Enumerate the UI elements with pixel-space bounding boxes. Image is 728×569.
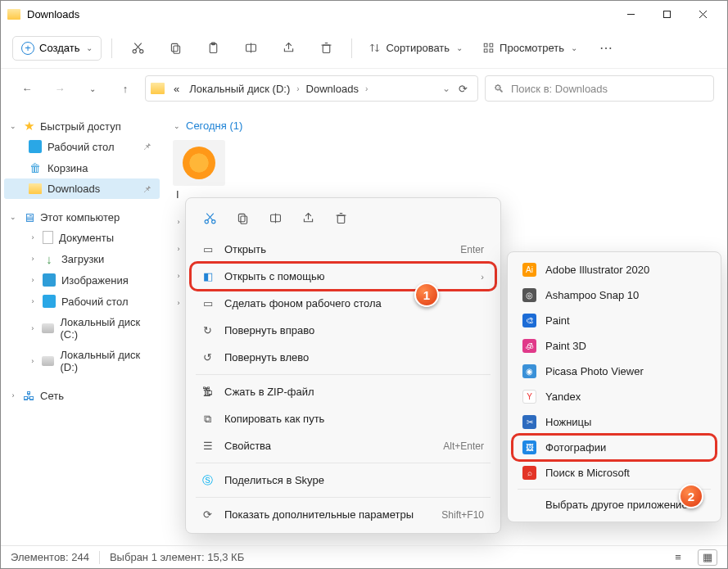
new-button[interactable]: + Создать ⌄: [12, 36, 102, 61]
sidebar-network[interactable]: › 🖧︎ Сеть: [4, 386, 160, 405]
minimize-button[interactable]: [613, 2, 649, 27]
icons-view-button[interactable]: ▦: [698, 549, 717, 566]
sidebar-item[interactable]: ›↓Загрузки: [4, 248, 160, 269]
submenu-item[interactable]: ⌕Поиск в Microsoft: [513, 460, 716, 485]
copy-button[interactable]: [227, 205, 258, 231]
breadcrumb-seg[interactable]: Локальный диск (D:): [186, 81, 293, 97]
sidebar-item-downloads[interactable]: Downloads📌︎: [4, 178, 160, 199]
submenu-item[interactable]: 🧊︎Paint 3D: [513, 333, 716, 359]
svg-line-6: [135, 43, 142, 51]
maximize-button[interactable]: [649, 2, 685, 27]
breadcrumb-seg[interactable]: Downloads: [303, 81, 362, 97]
submenu-item-photos[interactable]: 🖼︎Фотографии: [513, 435, 716, 460]
chevron-down-icon: ⌄: [456, 43, 463, 52]
back-button[interactable]: ←: [14, 75, 40, 102]
ctx-set-background[interactable]: ▭Сделать фоном рабочего стола: [191, 290, 495, 317]
sort-label: Сортировать: [386, 42, 450, 54]
cut-button[interactable]: [194, 205, 225, 231]
ctx-rotate-right[interactable]: ↻Повернуть вправо: [191, 317, 495, 344]
pin-icon: 📌︎: [142, 142, 151, 151]
ctx-properties[interactable]: ☰СвойстваAlt+Enter: [191, 432, 495, 459]
chevron-right-icon: ›: [29, 276, 37, 284]
sidebar-item[interactable]: ›Локальный диск (C:): [4, 312, 160, 345]
rename-button[interactable]: [235, 34, 266, 63]
svg-rect-26: [240, 215, 246, 223]
disk-icon: [42, 356, 54, 366]
cut-button[interactable]: [122, 34, 153, 63]
sidebar-item[interactable]: ›Изображения: [4, 269, 160, 291]
submenu-item[interactable]: 🎨︎Paint: [513, 308, 716, 333]
refresh-button[interactable]: ⟳: [459, 83, 468, 95]
ctx-open[interactable]: ▭ОткрытьEnter: [191, 236, 495, 263]
chevron-right-icon: ›: [174, 299, 183, 307]
submenu-item[interactable]: AiAdobe Illustrator 2020: [513, 257, 716, 282]
separator: [99, 551, 100, 564]
window-title: Downloads: [27, 8, 613, 20]
separator: [111, 38, 112, 58]
address-bar[interactable]: « Локальный диск (D:) › Downloads › ⌄ ⟳: [145, 75, 478, 102]
up-button[interactable]: ↑: [112, 75, 138, 102]
svg-point-4: [133, 50, 136, 53]
submenu-label: Yandex: [545, 391, 581, 403]
app-icon: ◉: [522, 364, 536, 378]
sidebar-item[interactable]: ›Документы: [4, 227, 160, 248]
sidebar-item-label: Рабочий стол: [61, 296, 129, 308]
ctx-open-with[interactable]: ◧Открыть с помощью›: [191, 263, 495, 290]
sidebar-quick-access[interactable]: ⌄ ★ Быстрый доступ: [4, 116, 160, 136]
share-button[interactable]: [292, 205, 323, 231]
chevron-down-icon[interactable]: ⌄: [79, 75, 106, 102]
ctx-copy-path[interactable]: ⧉Копировать как путь: [191, 405, 495, 432]
separator: [351, 38, 352, 58]
folder-icon: [7, 9, 20, 20]
file-item[interactable]: I: [173, 140, 717, 201]
sidebar-item[interactable]: ›Локальный диск (D:): [4, 345, 160, 377]
search-icon: 🔍︎: [494, 83, 504, 95]
submenu-item[interactable]: ✂︎Ножницы: [513, 409, 716, 435]
rename-button[interactable]: [260, 205, 291, 231]
delete-button[interactable]: [325, 205, 356, 231]
search-input[interactable]: 🔍︎ Поиск в: Downloads: [485, 75, 714, 102]
svg-rect-8: [171, 43, 178, 51]
chevron-right-icon[interactable]: ›: [296, 84, 299, 93]
ctx-label: Повернуть влево: [224, 351, 309, 364]
view-label: Просмотреть: [500, 42, 564, 54]
group-header[interactable]: ⌄Сегодня (1): [173, 120, 717, 132]
paste-button[interactable]: [197, 34, 228, 63]
submenu-item[interactable]: ◉Picasa Photo Viewer: [513, 359, 716, 384]
sidebar-label: Этот компьютер: [40, 211, 120, 224]
submenu-item[interactable]: YYandex: [513, 384, 716, 409]
chevron-down-icon[interactable]: ⌄: [442, 83, 450, 94]
sidebar-item-recycle[interactable]: 🗑︎Корзина: [4, 157, 160, 178]
svg-rect-1: [663, 11, 670, 18]
more-button[interactable]: ⋯: [590, 34, 622, 63]
details-view-button[interactable]: ≡: [668, 549, 688, 566]
app-icon: 🧊︎: [522, 339, 536, 353]
nav-bar: ← → ⌄ ↑ « Локальный диск (D:) › Download…: [1, 69, 727, 108]
ctx-rotate-left[interactable]: ↺Повернуть влево: [191, 344, 495, 371]
ctx-label: Повернуть вправо: [224, 324, 314, 336]
file-thumbnail: [173, 140, 225, 186]
ctx-zip[interactable]: 🗜︎Сжать в ZIP-файл: [191, 378, 495, 405]
sidebar-item-label: Локальный диск (D:): [60, 349, 155, 373]
chevron-right-icon[interactable]: ›: [365, 84, 368, 93]
view-button[interactable]: Просмотреть ⌄: [476, 37, 584, 59]
chevron-down-icon: ⌄: [173, 122, 181, 130]
sidebar-item[interactable]: ›Рабочий стол: [4, 291, 160, 312]
sort-button[interactable]: Сортировать ⌄: [362, 37, 469, 59]
share-button[interactable]: [273, 34, 304, 63]
delete-button[interactable]: [310, 34, 341, 63]
ctx-show-more[interactable]: ⟳Показать дополнительные параметрыShift+…: [191, 501, 495, 528]
submenu-label: Picasa Photo Viewer: [545, 365, 644, 377]
copy-button[interactable]: [160, 34, 191, 63]
ctx-skype[interactable]: ⓈПоделиться в Skype: [191, 467, 495, 494]
ctx-label: Поделиться в Skype: [224, 474, 324, 486]
close-button[interactable]: [685, 2, 721, 27]
submenu-item[interactable]: ◎Ashampoo Snap 10: [513, 282, 716, 308]
svg-line-7: [134, 43, 141, 51]
app-icon: ⌕: [522, 466, 536, 480]
sidebar-this-pc[interactable]: ⌄ 🖥︎ Этот компьютер: [4, 207, 160, 227]
more-icon: ⟳: [201, 508, 215, 522]
orange-icon: [183, 147, 215, 179]
forward-button[interactable]: →: [47, 75, 73, 102]
sidebar-item-desktop[interactable]: Рабочий стол📌︎: [4, 136, 160, 157]
